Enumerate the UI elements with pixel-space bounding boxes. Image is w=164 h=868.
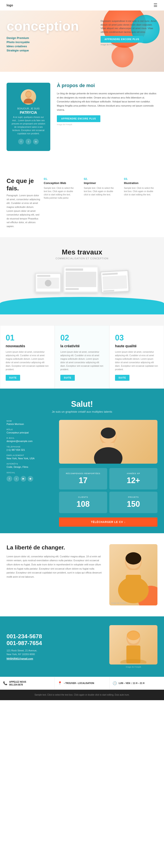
svg-point-2	[26, 92, 31, 97]
hero-description: Dignissim suspendisse in est ante in nis…	[101, 19, 158, 34]
salut-facebook-icon[interactable]: f	[6, 476, 12, 482]
feature-number-1: 01	[6, 333, 49, 342]
liberte-image: Image de Freepik	[109, 544, 158, 606]
contact-section: 001-234-5678 001-987-7654 121 Rock Stree…	[0, 616, 164, 677]
about-section: BONJOUR, JE SUIS PATRYCIA A ce sujet, qu…	[0, 72, 164, 162]
about-cta-button[interactable]: APPRENDRE ENCORE PLUS	[57, 115, 100, 122]
hero-image-credit: Image de Freepik	[101, 43, 158, 46]
salut-info: NOM Patrick Morrison RÔLE Concepteur pri…	[6, 420, 55, 527]
feature-btn-3[interactable]: SUITE	[115, 375, 129, 381]
stat-value-recompenses: 17	[63, 476, 103, 485]
stat-label-annees: ANNÉES XP	[114, 472, 153, 474]
liberte-section: La liberté de changer. Lorem ipsum dolor…	[0, 533, 164, 616]
service-item-2: 02. Imprimer Sample text. Click to selec…	[81, 177, 117, 228]
svg-point-19	[94, 447, 123, 464]
salut-label-social: SOCIAL	[6, 471, 55, 474]
svg-point-21	[101, 428, 116, 438]
feature-text-1: Lorem ipsum dolor sit amet, consectetur …	[6, 350, 49, 371]
feature-text-2: Lorem ipsum dolor sit amet, consectetur …	[60, 350, 104, 371]
works-section: Mes travaux COMMERCIALISATION ET CONCEPT…	[0, 237, 164, 326]
about-content: À propos de moi Le blog de design présen…	[57, 83, 158, 126]
work-image-1[interactable]	[35, 273, 61, 292]
svg-point-25	[126, 552, 141, 564]
salut-info-location: EMPLACEMENT New York, New York, USA	[6, 454, 55, 460]
avatar-image	[21, 89, 36, 104]
feature-title-3: haute qualité	[115, 344, 158, 348]
salut-info-nom: NOM Patrick Morrison	[6, 420, 55, 426]
salut-value-interests: Code, Design, Films	[6, 465, 55, 469]
svg-rect-12	[66, 288, 79, 290]
about-card: BONJOUR, JE SUIS PATRYCIA A ce sujet, qu…	[6, 83, 50, 151]
cta-location[interactable]: 📍 › TROUVER › LOCALISATION	[55, 677, 109, 690]
hero-feature-4: Stratégie unique	[6, 49, 158, 52]
features-section: 01 nouveautés Lorem ipsum dolor sit amet…	[0, 326, 164, 389]
cta-location-text: › TROUVER › LOCALISATION	[64, 682, 94, 685]
contact-image	[109, 625, 158, 664]
svg-rect-16	[103, 275, 127, 290]
services-title: Ce que je fais.	[6, 177, 41, 192]
work-image-2[interactable]	[63, 266, 98, 292]
svg-point-31	[127, 630, 140, 640]
liberte-text: Lorem ipsum dolor sit, consectetur adipi…	[6, 554, 103, 579]
hero-cta-button[interactable]: APPRENDRE ENCORE PLUS	[101, 36, 143, 43]
svg-rect-28	[126, 575, 141, 594]
service-item-3: 03. Illustration Sample text. Click to s…	[122, 177, 158, 228]
service-text-2: Sample text. Click to select the text bo…	[84, 186, 115, 196]
services-items: 01. Conception Web Sample text. Click to…	[41, 177, 158, 228]
salut-label-phone: TÉLÉPHONE	[6, 446, 55, 448]
stat-label-projets: PROJETS	[114, 496, 153, 498]
contact-phone-2: 001-987-7654	[6, 640, 103, 647]
contact-phone-1: 001-234-5678	[6, 633, 103, 640]
service-number-3: 03.	[124, 177, 155, 181]
service-name-3: Illustration	[124, 181, 155, 185]
salut-label-role: RÔLE	[6, 428, 55, 431]
cta-phone[interactable]: 📞 APPELEZ NOUS 001-234-5678	[0, 677, 55, 690]
cta-phone-label: APPELEZ NOUS	[9, 681, 26, 683]
liberte-content: La liberté de changer. Lorem ipsum dolor…	[6, 544, 158, 606]
service-text-1: Sample text. Click to select the text bo…	[44, 186, 75, 199]
salut-youtube-icon[interactable]: ▶	[21, 476, 26, 482]
stat-label-recompenses: RÉCOMPENSES REMPORTÉES	[63, 472, 103, 474]
svg-point-1	[24, 98, 33, 103]
salut-value-email: designer@example.com	[6, 440, 55, 443]
feature-btn-2[interactable]: SUITE	[60, 375, 75, 381]
linkedin-icon[interactable]: in	[33, 139, 39, 145]
phone-icon: 📞	[3, 681, 7, 685]
liberte-right: Image de Freepik	[109, 544, 158, 606]
cta-phone-text: APPELEZ NOUS 001-234-5678	[9, 681, 26, 686]
cta-bar: 📞 APPELEZ NOUS 001-234-5678 📍 › TROUVER …	[0, 677, 164, 690]
cta-hours-text: LUN – VEN :: 11 H – 21 H	[119, 682, 144, 685]
about-description: A ce sujet, quelques choses sur moi... L…	[11, 116, 46, 135]
salut-right: RÉCOMPENSES REMPORTÉES 17 ANNÉES XP 12+ …	[59, 420, 158, 527]
salut-section: Salut! Je suis un graphiste créatif aux …	[0, 389, 164, 533]
stat-recompenses: RÉCOMPENSES REMPORTÉES 17	[59, 468, 107, 490]
stat-label-clients: CLIENTS	[63, 496, 103, 498]
salut-instagram-icon[interactable]: ◉	[28, 476, 33, 482]
salut-twitter-icon[interactable]: t	[13, 476, 19, 482]
salut-stats: RÉCOMPENSES REMPORTÉES 17 ANNÉES XP 12+ …	[59, 468, 158, 513]
download-cv-button[interactable]: TÉLÉCHARGER LE CV ↓	[59, 518, 158, 527]
clock-icon: 🕒	[112, 681, 117, 685]
twitter-icon[interactable]: t	[26, 139, 31, 145]
service-name-2: Imprimer	[84, 181, 115, 185]
stat-value-annees: 12+	[114, 476, 153, 485]
salut-label-interests: INTÉRÊTS	[6, 463, 55, 465]
stat-annees: ANNÉES XP 12+	[109, 468, 158, 490]
contact-info: 001-234-5678 001-987-7654 121 Rock Stree…	[6, 633, 103, 660]
about-image-credit: Image de Freepik	[57, 123, 158, 126]
work-image-3[interactable]	[100, 270, 129, 293]
salut-value-role: Concepteur principal	[6, 431, 55, 434]
contact-image-container: Image de Freepik	[109, 625, 158, 668]
svg-rect-5	[37, 275, 50, 277]
menu-icon[interactable]: ☰	[154, 3, 158, 8]
liberte-image-credit: Image de Freepik	[111, 602, 126, 604]
facebook-icon[interactable]: f	[18, 139, 24, 145]
cta-hours[interactable]: 🕒 LUN – VEN :: 11 H – 21 H	[109, 677, 164, 690]
feature-title-2: la créativité	[60, 344, 104, 348]
feature-title-1: nouveautés	[6, 344, 49, 348]
service-text-3: Sample text. Click to select the text bo…	[124, 186, 155, 196]
feature-btn-1[interactable]: SUITE	[6, 375, 20, 381]
contact-email[interactable]: NHÀHÀNG@gmail.com	[6, 657, 103, 660]
service-number-2: 02.	[84, 177, 115, 181]
about-name: PATRYCIA	[11, 111, 46, 115]
